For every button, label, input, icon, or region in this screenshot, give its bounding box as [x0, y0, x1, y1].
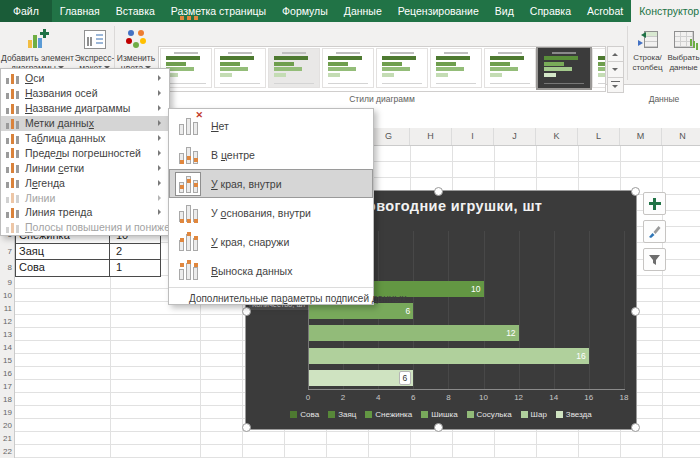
row-header-11[interactable]: 11	[4, 302, 12, 315]
selection-handle[interactable]	[434, 187, 443, 196]
thumb-title-line	[336, 52, 360, 54]
legend-item[interactable]: Сова	[290, 410, 319, 419]
chart-style-thumb-7[interactable]	[484, 48, 536, 88]
menu-item-legend[interactable]: Легенда	[1, 175, 169, 190]
legend-item[interactable]: Звезда	[556, 410, 592, 419]
column-header-G[interactable]: G	[368, 128, 410, 145]
chart-bar[interactable]: 12	[308, 325, 519, 341]
submenu-item-inside-end[interactable]: У края, внутри	[169, 169, 373, 198]
tab-insert[interactable]: Вставка	[108, 0, 163, 22]
row-header-18[interactable]: 18	[3, 393, 12, 406]
switch-row-column-label: Строка/ столбец	[632, 53, 662, 72]
row-header-12[interactable]: 12	[3, 315, 12, 328]
switch-row-column-button[interactable]: Строка/ столбец	[629, 23, 666, 82]
gallery-scroll-up-button[interactable]	[607, 46, 624, 62]
select-data-button[interactable]: Выбрать данные	[667, 23, 700, 82]
menu-item-gridlines[interactable]: Линии сетки	[1, 160, 169, 175]
tab-formulas[interactable]: Формулы	[274, 0, 336, 22]
submenu-item-none[interactable]: Нет	[169, 111, 373, 140]
column-header-K[interactable]: K	[536, 128, 578, 145]
column-header-N[interactable]: N	[662, 128, 700, 145]
chart-style-thumb-6[interactable]	[430, 48, 482, 88]
submenu-item-outside-end[interactable]: У края, снаружи	[169, 227, 373, 256]
selection-handle[interactable]	[434, 423, 443, 432]
menu-item-axes[interactable]: Оси	[1, 71, 169, 86]
menu-item-error-bars[interactable]: Пределы погрешностей	[1, 145, 169, 160]
selection-handle[interactable]	[631, 307, 640, 316]
row-header-7[interactable]: 7	[8, 244, 12, 260]
data-labels-more-options[interactable]: Дополнительные параметры подписей данных…	[169, 290, 373, 308]
tab-review[interactable]: Рецензирование	[390, 0, 487, 22]
column-header-M[interactable]: M	[620, 128, 662, 145]
row-header-19[interactable]: 19	[3, 406, 12, 419]
menu-item-chart-title[interactable]: Название диаграммы	[1, 101, 169, 116]
submenu-item-inside-base[interactable]: У основания, внутри	[169, 198, 373, 227]
x-axis-tick-label: 12	[511, 393, 527, 402]
selection-handle[interactable]	[242, 307, 251, 316]
menu-item-label: Метки данных	[25, 117, 94, 129]
row-header-21[interactable]: 21	[3, 432, 12, 445]
chart-elements-button[interactable]	[643, 192, 666, 215]
selection-handle[interactable]	[242, 423, 251, 432]
menu-item-data-labels[interactable]: Метки данных	[1, 116, 169, 131]
chart-bar[interactable]: 16	[308, 348, 589, 364]
column-header-L[interactable]: L	[578, 128, 620, 145]
chart-style-thumb-9[interactable]	[592, 48, 606, 88]
menu-item-axis-titles[interactable]: Названия осей	[1, 86, 169, 101]
chart-title[interactable]: Новогодние игрушки, шт	[356, 198, 542, 214]
legend-item[interactable]: Снежинка	[365, 410, 412, 419]
submenu-item-center[interactable]: В центре	[169, 140, 373, 169]
chart-style-thumb-4[interactable]	[322, 48, 374, 88]
row-header-10[interactable]: 10	[3, 289, 12, 302]
row-header-8[interactable]: 8	[8, 260, 12, 276]
chart-style-thumb-8[interactable]	[538, 48, 590, 88]
chart-styles-button[interactable]	[643, 220, 666, 243]
legend-item[interactable]: Шар	[521, 410, 547, 419]
none-icon	[175, 114, 201, 138]
cell[interactable]: Сова	[16, 260, 110, 275]
chart-style-thumb-3[interactable]	[268, 48, 320, 88]
selection-handle[interactable]	[631, 423, 640, 432]
cell[interactable]: Заяц	[16, 244, 110, 259]
row-header-16[interactable]: 16	[3, 367, 12, 380]
funnel-icon	[648, 254, 661, 266]
column-header-J[interactable]: J	[494, 128, 536, 145]
tab-chart-design[interactable]: Конструктор	[631, 0, 700, 22]
tab-acrobat[interactable]: Acrobat	[579, 0, 631, 22]
chart-legend[interactable]: СоваЗаяцСнежинкаШишкаСосулькаШарЗвезда	[246, 410, 636, 419]
legend-item[interactable]: Шишка	[421, 410, 457, 419]
gallery-scroll-down-button[interactable]	[607, 61, 624, 77]
tab-home[interactable]: Главная	[52, 0, 108, 22]
row-header-17[interactable]: 17	[3, 380, 12, 393]
tab-help[interactable]: Справка	[522, 0, 579, 22]
center-icon	[175, 143, 201, 167]
row-header-20[interactable]: 20	[3, 419, 12, 432]
legend-item[interactable]: Заяц	[328, 410, 356, 419]
change-colors-icon	[126, 30, 146, 48]
row-header-15[interactable]: 15	[3, 354, 12, 367]
tab-file[interactable]: Файл	[0, 0, 52, 22]
selection-handle[interactable]	[631, 187, 640, 196]
cell[interactable]: 1	[110, 260, 160, 275]
row-header-14[interactable]: 14	[3, 341, 12, 354]
gridline	[519, 231, 520, 389]
row-header-9[interactable]: 9	[8, 276, 12, 289]
column-header-I[interactable]: I	[452, 128, 494, 145]
row-header-22[interactable]: 22	[3, 445, 12, 458]
legend-item[interactable]: Сосулька	[467, 410, 512, 419]
chart-style-thumb-2[interactable]	[214, 48, 266, 88]
chart-filters-button[interactable]	[643, 248, 666, 271]
gallery-more-button[interactable]	[607, 77, 624, 93]
tab-data[interactable]: Данные	[336, 0, 390, 22]
cell[interactable]: 2	[110, 244, 160, 259]
chart-tool-buttons	[643, 192, 666, 276]
thumb-bar	[598, 67, 606, 71]
chart-bar[interactable]: 6	[308, 370, 413, 386]
column-header-H[interactable]: H	[410, 128, 452, 145]
menu-item-trendline[interactable]: Линия тренда	[1, 205, 169, 220]
menu-item-data-table[interactable]: Таблица данных	[1, 131, 169, 146]
row-header-13[interactable]: 13	[3, 328, 12, 341]
submenu-item-callout[interactable]: Выноска данных	[169, 256, 373, 285]
tab-view[interactable]: Вид	[487, 0, 522, 22]
chart-style-thumb-5[interactable]	[376, 48, 428, 88]
